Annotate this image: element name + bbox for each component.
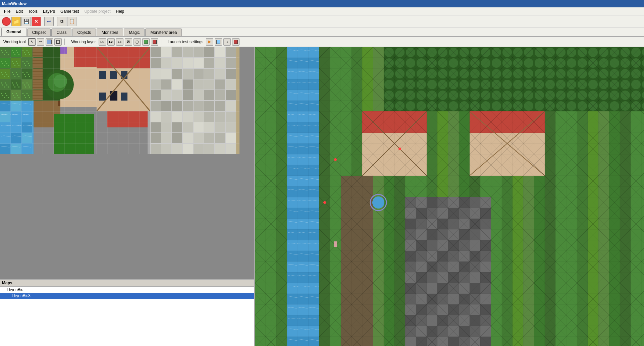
tool-bar: Working tool ↖ ✏ Working layer L1 L2 L3 … xyxy=(0,37,644,47)
eraser-btn[interactable]: ◯ xyxy=(133,38,141,46)
play-btn[interactable]: ▶ xyxy=(206,38,213,46)
working-tool-label: Working tool xyxy=(2,40,27,44)
layer2-icon: L2 xyxy=(109,40,113,44)
tab-class[interactable]: Class xyxy=(51,28,71,36)
layer4-btn[interactable]: ⊠ xyxy=(125,38,132,46)
play-icon: ▶ xyxy=(208,40,211,44)
music-icon: ♪ xyxy=(226,40,228,44)
layer3-icon: L3 xyxy=(118,40,121,44)
right-panel[interactable] xyxy=(255,47,644,346)
open-button[interactable]: 📁 xyxy=(11,17,21,26)
paste-button[interactable]: 📋 xyxy=(67,17,76,26)
undo-button[interactable]: ↩ xyxy=(44,17,54,26)
new-button[interactable] xyxy=(2,17,11,26)
launch-test-label: Launch test settings xyxy=(166,40,205,44)
main-toolbar: 📁 💾 ✕ ↩ ⧉ 📋 xyxy=(0,15,644,27)
menu-tools[interactable]: Tools xyxy=(25,8,40,14)
music-btn[interactable]: ♪ xyxy=(223,38,231,46)
layer2-btn[interactable]: L2 xyxy=(107,38,115,46)
delete-icon xyxy=(153,40,157,44)
layer4-icon: ⊠ xyxy=(127,40,130,44)
working-layer-label: Working layer xyxy=(70,40,97,44)
test-settings-icon xyxy=(234,40,238,44)
close-icon: ✕ xyxy=(34,19,38,24)
copy-button[interactable]: ⧉ xyxy=(57,17,66,26)
tile-test-btn[interactable] xyxy=(215,38,222,46)
layer1-icon: L1 xyxy=(100,40,104,44)
layer3-btn[interactable]: L3 xyxy=(116,38,123,46)
map-item-lhynnbis[interactable]: LhynnBis xyxy=(0,287,254,293)
title-text: MainWindow xyxy=(2,1,26,6)
tile-test-icon xyxy=(216,40,220,44)
fill-icon xyxy=(47,40,52,44)
save-icon: 💾 xyxy=(23,19,29,24)
close-button[interactable]: ✕ xyxy=(32,17,41,26)
title-bar: MainWindow xyxy=(0,0,644,7)
left-panel: Maps LhynnBis LhynnBis3 xyxy=(0,47,255,346)
test-settings-btn[interactable] xyxy=(232,38,239,46)
cursor-icon: ↖ xyxy=(31,40,34,44)
paste-icon: 📋 xyxy=(69,19,75,24)
tab-objects[interactable]: Objects xyxy=(72,28,96,36)
menu-bar: File Edit Tools Layers Game test Update … xyxy=(0,7,644,15)
menu-update-project[interactable]: Update project xyxy=(82,8,113,14)
map-list-header: Maps xyxy=(0,280,254,287)
rect-icon xyxy=(56,40,60,44)
menu-edit[interactable]: Edit xyxy=(13,8,25,14)
map-canvas[interactable] xyxy=(255,47,644,346)
save-button[interactable]: 💾 xyxy=(21,17,31,26)
copy-icon: ⧉ xyxy=(60,18,63,24)
eraser-icon: ◯ xyxy=(136,40,139,44)
pencil-tool[interactable]: ✏ xyxy=(37,38,44,46)
undo-icon: ↩ xyxy=(47,19,51,24)
menu-help[interactable]: Help xyxy=(113,8,127,14)
paint-icon xyxy=(144,40,148,44)
chipset-area[interactable] xyxy=(0,47,254,279)
map-list: Maps LhynnBis LhynnBis3 xyxy=(0,279,254,346)
menu-file[interactable]: File xyxy=(1,8,13,14)
map-item-lhynnbis3[interactable]: LhynnBis3 xyxy=(0,293,254,299)
open-icon: 📁 xyxy=(13,19,19,24)
rect-tool[interactable] xyxy=(54,38,62,46)
paint-btn[interactable] xyxy=(142,38,150,46)
layer1-btn[interactable]: L1 xyxy=(99,38,106,46)
fill-tool[interactable] xyxy=(46,38,53,46)
main-content: Maps LhynnBis LhynnBis3 xyxy=(0,47,644,346)
cursor-tool[interactable]: ↖ xyxy=(28,38,36,46)
delete-btn[interactable] xyxy=(151,38,158,46)
menu-game-test[interactable]: Game test xyxy=(58,8,82,14)
menu-layers[interactable]: Layers xyxy=(40,8,58,14)
tab-bar: General Chipset Class Objects Monsters M… xyxy=(0,27,644,37)
tab-monsters[interactable]: Monsters xyxy=(97,28,123,36)
chipset-scroll[interactable] xyxy=(0,47,254,279)
tab-monsters-area[interactable]: Monsters' area xyxy=(145,28,182,36)
tab-general[interactable]: General xyxy=(1,28,26,36)
pencil-icon: ✏ xyxy=(39,40,42,44)
tab-magic[interactable]: Magic xyxy=(124,28,145,36)
tab-chipset[interactable]: Chipset xyxy=(27,28,51,36)
